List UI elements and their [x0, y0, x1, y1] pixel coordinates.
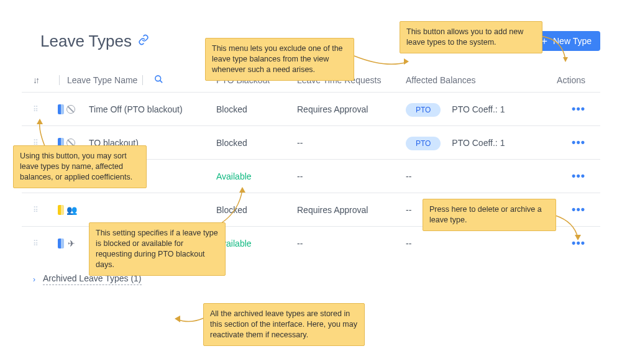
coeff-text: PTO Coeff.: 1 — [452, 138, 505, 148]
arrow-icon — [556, 216, 587, 246]
row-actions-button[interactable]: ••• — [572, 170, 585, 182]
arrow-icon — [354, 56, 410, 77]
affected-balances: -- — [406, 239, 546, 248]
permalink-icon[interactable] — [138, 34, 149, 48]
separator — [59, 75, 60, 85]
svg-marker-7 — [175, 316, 180, 322]
affected-balances: -- — [406, 171, 546, 181]
svg-marker-6 — [575, 235, 581, 240]
callout-pto: This setting specifies if a leave type i… — [89, 222, 226, 276]
search-icon[interactable] — [154, 75, 163, 86]
plane-icon: ✈ — [66, 239, 76, 248]
arrow-icon — [174, 312, 205, 330]
color-bar-icon — [58, 104, 64, 114]
pto-status: Blocked — [216, 104, 297, 114]
pto-badge: PTO — [406, 137, 441, 150]
expand-icon[interactable]: › — [33, 275, 35, 284]
request-policy: -- — [297, 239, 406, 248]
request-policy: Requires Approval — [297, 104, 406, 114]
separator — [142, 75, 143, 85]
col-affected-label: Affected Balances — [406, 75, 546, 85]
pto-badge: PTO — [406, 103, 441, 117]
callout-archived: All the archived leave types are stored … — [203, 303, 365, 346]
sort-button[interactable]: ↓↑ — [33, 75, 38, 85]
svg-marker-3 — [404, 58, 409, 65]
drag-handle-icon[interactable]: ⠿ — [33, 105, 45, 114]
pto-status: Available — [216, 239, 297, 248]
row-actions-button[interactable]: ••• — [572, 203, 585, 216]
blocked-icon — [66, 105, 75, 114]
people-icon: 👥 — [66, 205, 76, 215]
pto-status: Available — [216, 171, 297, 181]
leave-type-name: Time Off (PTO blackout) — [89, 104, 183, 114]
svg-marker-5 — [239, 187, 245, 193]
svg-marker-2 — [563, 57, 568, 62]
callout-actions: Press here to delete or archive a leave … — [423, 199, 556, 231]
svg-line-1 — [160, 80, 163, 83]
callout-sort: Using this button, you may sort leave ty… — [13, 145, 147, 188]
row-actions-button[interactable]: ••• — [572, 136, 585, 148]
request-policy: -- — [297, 171, 406, 181]
color-bar-icon — [58, 239, 64, 248]
drag-handle-icon[interactable]: ⠿ — [33, 206, 45, 214]
col-name-label: Leave Type Name — [67, 75, 137, 85]
request-policy: Requires Approval — [297, 205, 406, 215]
pto-status: Blocked — [216, 138, 297, 148]
callout-filter: This menu lets you exclude one of the le… — [205, 38, 354, 81]
request-policy: -- — [297, 138, 406, 148]
page-title: Leave Types — [40, 32, 132, 51]
callout-new-type: This button allows you to add new leave … — [400, 21, 542, 53]
col-actions-label: Actions — [546, 75, 589, 85]
drag-handle-icon[interactable]: ⠿ — [33, 239, 45, 248]
arrow-icon — [541, 36, 572, 70]
svg-point-0 — [155, 76, 161, 81]
coeff-text: PTO Coeff.: 1 — [452, 104, 505, 114]
row-actions-button[interactable]: ••• — [572, 102, 585, 115]
color-bar-icon — [58, 205, 64, 215]
table-row: ⠿ Time Off (PTO blackout) Blocked Requir… — [22, 92, 600, 125]
